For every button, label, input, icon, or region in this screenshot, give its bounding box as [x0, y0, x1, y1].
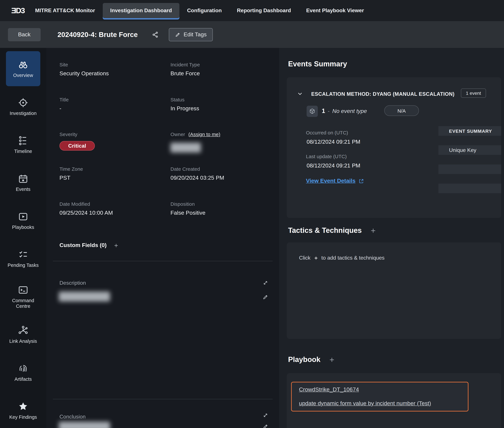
sidebar-item-label: Artifacts — [15, 377, 32, 382]
last-update-value: 08/12/2024 09:21 PM — [307, 163, 360, 169]
owner-redacted-value — [170, 143, 201, 153]
sidebar-item-label: Timeline — [14, 148, 32, 154]
incident-header: Back 20240920-4: Brute Force Edit Tags — [0, 21, 504, 48]
field-label: Disposition — [170, 201, 205, 207]
field-date-modified: Date Modified 09/25/2024 10:00 AM — [59, 201, 113, 216]
sidebar-item-key-findings[interactable]: Key Findings — [6, 393, 40, 428]
sidebar-item-label: Overview — [13, 73, 33, 78]
checklist-icon — [17, 249, 29, 260]
field-label: Owner — [170, 132, 185, 137]
edit-tags-label: Edit Tags — [184, 31, 207, 38]
sidebar-item-label: Command Centre — [6, 298, 40, 309]
conclusion-section: Conclusion — [59, 414, 85, 420]
sidebar-item-command-centre[interactable]: Command Centre — [6, 279, 40, 314]
share-icon[interactable] — [152, 31, 159, 38]
terminal-icon — [17, 284, 29, 296]
last-update-label: Last update (UTC) — [306, 154, 347, 159]
field-label: Title — [59, 97, 69, 102]
edit-conclusion-icon[interactable] — [263, 424, 268, 428]
nav-item-reporting-dashboard[interactable]: Reporting Dashboard — [229, 0, 299, 21]
table-row — [438, 136, 501, 145]
app-root: ƎD3 MITRE ATT&CK Monitor Investigation D… — [0, 0, 504, 428]
event-summary-table: EVENT SUMMARY Unique Key — [438, 126, 501, 203]
field-date-created: Date Created 09/20/2024 03:25 PM — [170, 166, 224, 181]
field-owner: Owner (Assign to me) — [170, 132, 220, 140]
play-icon — [17, 211, 29, 222]
cube-icon — [309, 108, 316, 115]
events-summary-card: ESCALATION METHOD: DYANG (MANUAL ESCALAT… — [287, 77, 501, 218]
add-tactics-icon[interactable] — [370, 227, 377, 234]
playbook-link-update-form[interactable]: update dynamic form value by incident nu… — [299, 400, 461, 407]
playbook-card: CrowdStrike_DT_10674 update dynamic form… — [287, 373, 501, 428]
sidebar-item-playbooks[interactable]: Playbooks — [6, 203, 40, 238]
view-event-details-link[interactable]: View Event Details — [306, 178, 364, 184]
sidebar-item-label: Investigation — [10, 111, 37, 116]
nav-item-investigation-dashboard[interactable]: Investigation Dashboard — [103, 3, 179, 18]
back-button[interactable]: Back — [8, 28, 41, 41]
playbook-title: Playbook — [288, 355, 335, 364]
table-row-unique-key: Unique Key — [438, 145, 501, 155]
field-site: Site Security Operations — [59, 62, 109, 77]
sidebar-item-investigation[interactable]: Investigation — [6, 89, 40, 124]
playbook-highlight-box: CrowdStrike_DT_10674 update dynamic form… — [291, 382, 469, 412]
sidebar-item-label: Pending Tasks — [8, 263, 39, 268]
custom-fields-row: Custom Fields (0) — [59, 242, 119, 249]
overview-right-panel: Events Summary ESCALATION METHOD: DYANG … — [279, 48, 504, 428]
table-row — [438, 155, 501, 165]
add-playbook-icon[interactable] — [328, 356, 335, 363]
field-status: Status In Progress — [170, 97, 199, 112]
description-section: Description — [59, 280, 86, 286]
sidebar-item-events[interactable]: Events — [6, 165, 40, 200]
sidebar-item-timeline[interactable]: Timeline — [6, 127, 40, 162]
sidebar-item-link-analysis[interactable]: Link Analysis — [6, 317, 40, 352]
calendar-icon — [17, 173, 29, 184]
sidebar-item-pending-tasks[interactable]: Pending Tasks — [6, 241, 40, 276]
crosshair-icon — [17, 97, 29, 108]
external-link-icon — [359, 178, 364, 184]
field-label: Status — [170, 97, 199, 102]
nav-item-mitre-monitor[interactable]: MITRE ATT&CK Monitor — [28, 0, 103, 21]
chevron-down-icon[interactable] — [297, 91, 303, 97]
tactics-empty-hint: Click to add tactics & techniques — [299, 255, 385, 261]
binoculars-icon — [17, 59, 29, 70]
divider — [53, 399, 273, 399]
tactics-techniques-title: Tactics & Techniques — [288, 226, 377, 235]
conclusion-label: Conclusion — [59, 414, 85, 420]
timeline-icon — [17, 135, 29, 146]
edit-tags-button[interactable]: Edit Tags — [169, 28, 213, 41]
event-dash: - — [328, 108, 329, 115]
edit-description-icon[interactable] — [263, 294, 268, 300]
event-number: 1 — [322, 108, 325, 115]
field-value: Brute Force — [170, 70, 200, 77]
field-disposition: Disposition False Positive — [170, 201, 205, 216]
assign-to-me-link[interactable]: (Assign to me) — [188, 132, 220, 137]
d3-logo: ƎD3 — [11, 0, 25, 21]
sidebar-item-label: Playbooks — [12, 225, 34, 230]
fingerprint-icon — [17, 363, 29, 374]
plus-icon — [313, 255, 318, 260]
table-row — [438, 174, 501, 184]
star-icon — [17, 401, 29, 412]
left-sidebar: Overview Investigation Timeline Events — [0, 48, 46, 428]
field-severity: Severity Critical — [59, 132, 95, 151]
table-row — [438, 184, 501, 193]
table-row — [438, 165, 501, 174]
field-label: Incident Type — [170, 62, 200, 67]
field-title: Title - — [59, 97, 69, 112]
na-badge: N/A — [384, 105, 419, 116]
field-value: PST — [59, 175, 83, 181]
sidebar-item-label: Key Findings — [9, 414, 37, 420]
sidebar-item-artifacts[interactable]: Artifacts — [6, 355, 40, 390]
expand-conclusion-icon[interactable] — [263, 412, 268, 418]
sidebar-item-overview[interactable]: Overview — [6, 51, 40, 86]
nav-item-configuration[interactable]: Configuration — [180, 0, 229, 21]
conclusion-redacted-content — [59, 422, 110, 428]
add-custom-field-icon[interactable] — [113, 243, 119, 248]
playbook-link-crowdstrike[interactable]: CrowdStrike_DT_10674 — [299, 386, 461, 393]
divider — [53, 261, 273, 261]
field-label: Site — [59, 62, 109, 67]
expand-description-icon[interactable] — [263, 280, 268, 286]
nav-item-event-playbook-viewer[interactable]: Event Playbook Viewer — [299, 0, 371, 21]
field-time-zone: Time Zone PST — [59, 166, 83, 181]
pencil-icon — [175, 32, 180, 37]
